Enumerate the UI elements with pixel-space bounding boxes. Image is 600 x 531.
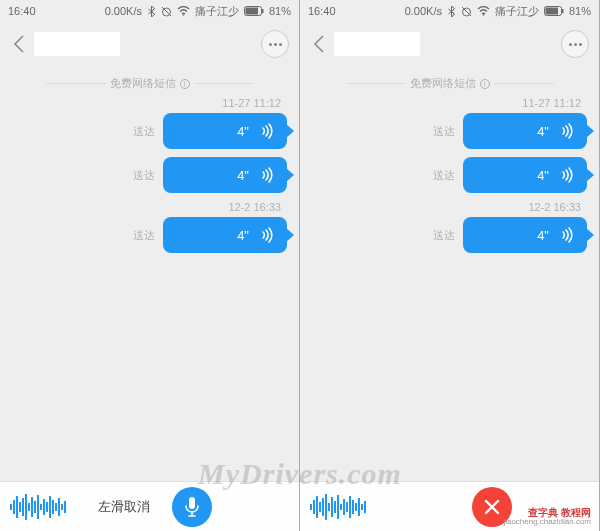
bluetooth-icon	[147, 6, 156, 17]
voice-wave-icon	[559, 123, 575, 139]
free-sms-banner: 免费网络短信 i	[312, 76, 587, 91]
swipe-cancel-hint: 左滑取消	[98, 498, 150, 516]
screen-left: 16:40 0.00K/s 痛子江少 81%	[0, 0, 300, 531]
status-speed: 0.00K/s	[105, 5, 142, 17]
status-time: 16:40	[308, 5, 336, 17]
svg-rect-12	[562, 9, 564, 13]
svg-point-9	[483, 14, 485, 16]
info-icon[interactable]: i	[180, 79, 190, 89]
svg-point-2	[183, 14, 185, 16]
voice-message-bubble[interactable]: 4"	[163, 157, 287, 193]
delivery-status: 送达	[133, 228, 155, 243]
screen-right: 16:40 0.00K/s 痛子江少 81%	[300, 0, 600, 531]
delivery-status: 送达	[433, 228, 455, 243]
corner-watermark: 查字典 教程网 jiaocheng.chazidian.com	[503, 507, 591, 527]
voice-duration: 4"	[237, 124, 249, 139]
status-speed: 0.00K/s	[405, 5, 442, 17]
voice-message-bubble[interactable]: 4"	[163, 217, 287, 253]
status-carrier: 痛子江少	[195, 4, 239, 19]
delivery-status: 送达	[133, 124, 155, 139]
voice-message-bubble[interactable]: 4"	[163, 113, 287, 149]
voice-input-bar-recording: 左滑取消	[0, 481, 299, 531]
message-row: 送达 4"	[12, 113, 287, 149]
voice-duration: 4"	[237, 168, 249, 183]
status-right-cluster: 0.00K/s 痛子江少 81%	[405, 4, 591, 19]
message-row: 送达 4"	[312, 217, 587, 253]
voice-message-bubble[interactable]: 4"	[463, 113, 587, 149]
free-sms-banner: 免费网络短信 i	[12, 76, 287, 91]
status-bar: 16:40 0.00K/s 痛子江少 81%	[0, 0, 299, 22]
status-battery-pct: 81%	[569, 5, 591, 17]
svg-rect-6	[189, 497, 195, 509]
waveform-icon	[310, 493, 366, 521]
svg-rect-4	[245, 8, 258, 15]
voice-wave-icon	[559, 167, 575, 183]
delivery-status: 送达	[433, 124, 455, 139]
wifi-icon	[477, 6, 490, 16]
voice-duration: 4"	[537, 228, 549, 243]
alarm-off-icon	[461, 6, 472, 17]
voice-input-bar-cancel: 查字典 教程网 jiaocheng.chazidian.com	[300, 481, 599, 531]
contact-name-box	[34, 32, 120, 56]
svg-rect-11	[545, 8, 558, 15]
message-row: 送达 4"	[312, 157, 587, 193]
message-row: 送达 4"	[12, 217, 287, 253]
delivery-status: 送达	[133, 168, 155, 183]
battery-icon	[544, 6, 564, 16]
microphone-button[interactable]	[172, 487, 212, 527]
voice-duration: 4"	[237, 228, 249, 243]
status-time: 16:40	[8, 5, 36, 17]
back-button[interactable]	[8, 33, 30, 55]
svg-rect-5	[262, 9, 264, 13]
timestamp: 11-27 11:12	[12, 97, 287, 109]
voice-wave-icon	[259, 123, 275, 139]
message-row: 送达 4"	[312, 113, 587, 149]
more-button[interactable]	[261, 30, 289, 58]
info-icon[interactable]: i	[480, 79, 490, 89]
voice-duration: 4"	[537, 168, 549, 183]
title-bar	[0, 22, 299, 66]
alarm-off-icon	[161, 6, 172, 17]
message-area[interactable]: 免费网络短信 i 11-27 11:12 送达 4" 送达 4" 12-2	[0, 66, 299, 481]
message-area[interactable]: 免费网络短信 i 11-27 11:12 送达 4" 送达 4" 12-2	[300, 66, 599, 481]
waveform-icon	[10, 493, 66, 521]
battery-icon	[244, 6, 264, 16]
voice-message-bubble[interactable]: 4"	[463, 217, 587, 253]
bluetooth-icon	[447, 6, 456, 17]
voice-message-bubble[interactable]: 4"	[463, 157, 587, 193]
more-button[interactable]	[561, 30, 589, 58]
back-button[interactable]	[308, 33, 330, 55]
voice-wave-icon	[259, 167, 275, 183]
voice-duration: 4"	[537, 124, 549, 139]
banner-text: 免费网络短信	[110, 76, 176, 91]
status-battery-pct: 81%	[269, 5, 291, 17]
delivery-status: 送达	[433, 168, 455, 183]
status-bar: 16:40 0.00K/s 痛子江少 81%	[300, 0, 599, 22]
status-carrier: 痛子江少	[495, 4, 539, 19]
timestamp: 12-2 16:33	[312, 201, 587, 213]
message-row: 送达 4"	[12, 157, 287, 193]
banner-text: 免费网络短信	[410, 76, 476, 91]
contact-name-box	[334, 32, 420, 56]
wifi-icon	[177, 6, 190, 16]
timestamp: 11-27 11:12	[312, 97, 587, 109]
voice-wave-icon	[559, 227, 575, 243]
voice-wave-icon	[259, 227, 275, 243]
title-bar	[300, 22, 599, 66]
status-right-cluster: 0.00K/s 痛子江少 81%	[105, 4, 291, 19]
timestamp: 12-2 16:33	[12, 201, 287, 213]
